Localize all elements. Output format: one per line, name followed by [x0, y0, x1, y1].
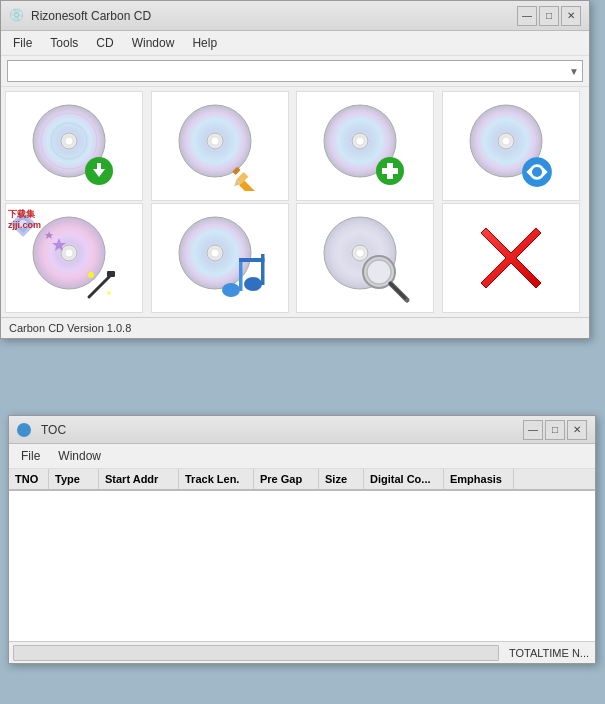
- main-window-title: Rizonesoft Carbon CD: [31, 9, 151, 23]
- refresh-cd-button[interactable]: [442, 91, 580, 201]
- status-bar: Carbon CD Version 1.0.8: [1, 317, 589, 338]
- svg-point-4: [65, 137, 73, 145]
- svg-rect-18: [382, 168, 398, 174]
- main-menu-bar: File Tools CD Window Help: [1, 31, 589, 56]
- th-tno: TNO: [9, 469, 49, 489]
- dropdown-bar: ▼: [1, 56, 589, 87]
- th-track-len: Track Len.: [179, 469, 254, 489]
- delete-cd-button[interactable]: [442, 203, 580, 313]
- edit-cd-button[interactable]: [151, 91, 289, 201]
- svg-point-36: [19, 220, 27, 228]
- refresh-badge-icon: [520, 155, 554, 189]
- minimize-button[interactable]: —: [517, 6, 537, 26]
- svg-point-8: [211, 137, 219, 145]
- toc-title-buttons: — □ ✕: [523, 420, 587, 440]
- totaltime-label: TOTALTIME N...: [503, 645, 595, 661]
- toc-minimize-button[interactable]: —: [523, 420, 543, 440]
- toc-maximize-button[interactable]: □: [545, 420, 565, 440]
- svg-point-41: [244, 277, 262, 291]
- th-emphasis: Emphasis: [444, 469, 514, 489]
- music-note-badge-icon: [217, 248, 267, 303]
- svg-point-32: [88, 272, 94, 278]
- search-cd-button[interactable]: [296, 203, 434, 313]
- toc-menu-bar: File Window: [9, 444, 595, 469]
- menu-tools[interactable]: Tools: [42, 33, 86, 53]
- svg-point-21: [502, 137, 510, 145]
- burn-add-cd-button[interactable]: [296, 91, 434, 201]
- drive-select-wrapper: ▼: [7, 60, 583, 82]
- svg-point-40: [222, 283, 240, 297]
- close-button[interactable]: ✕: [561, 6, 581, 26]
- title-buttons: — □ ✕: [517, 6, 581, 26]
- svg-point-27: [65, 249, 73, 257]
- svg-point-49: [367, 260, 391, 284]
- main-window: 💿 Rizonesoft Carbon CD — □ ✕ File Tools …: [0, 0, 590, 339]
- download-badge-icon: [83, 155, 115, 187]
- version-text: Carbon CD Version 1.0.8: [9, 322, 131, 334]
- toc-window-title: TOC: [41, 423, 66, 437]
- svg-rect-44: [239, 258, 265, 262]
- magic-cd-button[interactable]: 下载集zjji.com: [5, 203, 143, 313]
- toc-footer: TOTALTIME N...: [9, 641, 595, 663]
- toc-menu-window[interactable]: Window: [50, 446, 109, 466]
- app-icon: 💿: [9, 8, 25, 24]
- wand-badge-icon: [81, 265, 121, 305]
- th-type: Type: [49, 469, 99, 489]
- maximize-button[interactable]: □: [539, 6, 559, 26]
- svg-rect-42: [239, 258, 243, 291]
- toc-title-bar: TOC — □ ✕: [9, 416, 595, 444]
- drive-select[interactable]: [7, 60, 583, 82]
- add-badge-icon: [374, 155, 406, 187]
- toc-close-button[interactable]: ✕: [567, 420, 587, 440]
- icon-grid: 下载集zjji.com: [1, 87, 589, 317]
- table-body: [9, 491, 595, 641]
- red-x-icon: [471, 218, 551, 298]
- svg-line-51: [390, 283, 405, 298]
- th-pre-gap: Pre Gap: [254, 469, 319, 489]
- menu-window[interactable]: Window: [124, 33, 183, 53]
- svg-rect-12: [232, 167, 240, 175]
- th-digital-copy: Digital Co...: [364, 469, 444, 489]
- main-title-bar: 💿 Rizonesoft Carbon CD — □ ✕: [1, 1, 589, 31]
- table-header: TNO Type Start Addr Track Len. Pre Gap S…: [9, 469, 595, 491]
- magnifier-badge-icon: [357, 250, 412, 305]
- th-start-addr: Start Addr: [99, 469, 179, 489]
- rip-cd-button[interactable]: [5, 91, 143, 201]
- svg-point-15: [356, 137, 364, 145]
- svg-point-33: [107, 291, 111, 295]
- toc-icon: [17, 423, 31, 437]
- horizontal-scrollbar[interactable]: [13, 645, 499, 661]
- menu-cd[interactable]: CD: [88, 33, 121, 53]
- pencil-badge-icon: [227, 153, 265, 191]
- menu-help[interactable]: Help: [184, 33, 225, 53]
- th-size: Size: [319, 469, 364, 489]
- toc-menu-file[interactable]: File: [13, 446, 48, 466]
- svg-rect-31: [107, 271, 115, 277]
- music-cd-button[interactable]: [151, 203, 289, 313]
- menu-file[interactable]: File: [5, 33, 40, 53]
- toc-window: TOC — □ ✕ File Window TNO Type Start Add…: [8, 415, 596, 664]
